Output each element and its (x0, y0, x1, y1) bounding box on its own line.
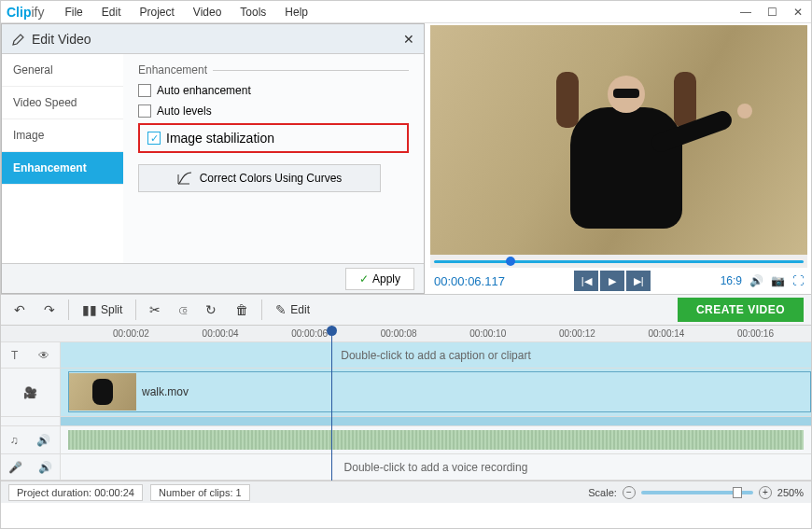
apply-button[interactable]: ✓ Apply (345, 268, 414, 290)
tab-general[interactable]: General (2, 54, 123, 87)
auto-enhancement-checkbox[interactable] (138, 84, 151, 97)
scale-label: Scale: (588, 487, 617, 498)
preview-frame (430, 25, 807, 255)
image-stabilization-option[interactable]: Image stabilization (147, 131, 399, 146)
auto-enhancement-option[interactable]: Auto enhancement (138, 84, 409, 97)
edit-panel-title: Edit Video (32, 32, 91, 47)
auto-enhancement-label: Auto enhancement (157, 84, 251, 97)
audio-track-body[interactable] (61, 426, 811, 453)
zoom-slider-knob[interactable] (733, 487, 742, 498)
undo-button[interactable]: ↶ (8, 299, 31, 320)
snapshot-icon[interactable]: 📷 (771, 274, 785, 287)
edit-clip-button[interactable]: ✎ Edit (270, 299, 315, 320)
create-video-button[interactable]: CREATE VIDEO (678, 298, 804, 322)
split-icon: ▮▮ (82, 302, 97, 317)
crop-icon: ⟃ (179, 302, 187, 317)
audio-volume-icon[interactable]: 🔊 (36, 434, 50, 447)
delete-button[interactable]: 🗑 (230, 299, 254, 320)
timeline-toolbar: ↶ ↷ ▮▮ Split ✂ ⟃ ↻ 🗑 ✎ Edit CREATE VIDEO (1, 294, 811, 326)
text-track: T👁 Double-click to add a caption or clip… (1, 342, 811, 369)
tab-video-speed[interactable]: Video Speed (2, 87, 123, 119)
clip-thumbnail (69, 373, 136, 411)
visibility-icon[interactable]: 👁 (38, 349, 49, 362)
tab-enhancement[interactable]: Enhancement (2, 152, 123, 185)
ruler-tick: 00:00:04 (203, 328, 239, 339)
video-track: 🎥 walk.mov (1, 369, 811, 417)
prev-frame-button[interactable]: |◀ (574, 271, 598, 291)
edit-panel-body: General Video Speed Image Enhancement En… (2, 54, 424, 263)
voice-track-body[interactable]: Double-click to add a voice recording (61, 454, 811, 480)
menu-video[interactable]: Video (184, 6, 231, 19)
menu-edit[interactable]: Edit (92, 6, 131, 19)
scrubber-thumb[interactable] (506, 257, 515, 266)
zoom-slider[interactable] (641, 491, 753, 494)
status-bar: Project duration: 00:00:24 Number of cli… (1, 480, 811, 503)
image-stabilization-checkbox[interactable] (147, 132, 161, 145)
scissors-icon: ✂ (149, 302, 161, 317)
tab-image[interactable]: Image (2, 119, 123, 152)
play-button[interactable]: ▶ (600, 271, 624, 291)
menu-file[interactable]: File (55, 6, 91, 19)
auto-levels-checkbox[interactable] (138, 104, 151, 118)
timeline: T👁 Double-click to add a caption or clip… (1, 342, 811, 480)
menu-project[interactable]: Project (130, 6, 183, 19)
preview-scrubber[interactable] (430, 255, 807, 268)
main-area: Edit Video ✕ General Video Speed Image E… (1, 23, 811, 294)
undo-icon: ↶ (14, 302, 25, 317)
project-duration: Project duration: 00:00:24 (8, 484, 143, 501)
rotate-icon: ↻ (205, 302, 217, 317)
waveform (68, 430, 804, 450)
check-icon: ✓ (359, 272, 369, 285)
curves-icon (177, 172, 192, 185)
text-track-icon: T (11, 349, 18, 362)
next-frame-button[interactable]: ▶| (626, 271, 651, 291)
zoom-in-button[interactable]: + (759, 486, 772, 499)
correct-colors-curves-button[interactable]: Correct Colors Using Curves (138, 164, 381, 192)
clip-name: walk.mov (142, 385, 189, 398)
apply-bar: ✓ Apply (2, 263, 424, 293)
auto-levels-option[interactable]: Auto levels (138, 104, 409, 118)
playhead[interactable] (331, 326, 332, 480)
enhancement-content: Enhancement Auto enhancement Auto levels… (123, 54, 424, 263)
video-track-icon: 🎥 (23, 386, 37, 399)
preview-panel: 00:00:06.117 |◀ ▶ ▶| 16:9 🔊 📷 ⛶ (425, 23, 811, 294)
volume-icon[interactable]: 🔊 (749, 274, 763, 287)
ruler-tick: 00:00:10 (469, 328, 506, 339)
scale-value: 250% (777, 487, 804, 498)
zoom-out-button[interactable]: − (623, 486, 636, 499)
ruler-tick: 00:00:12 (559, 328, 595, 339)
menu-help[interactable]: Help (275, 6, 317, 19)
edit-tabs: General Video Speed Image Enhancement (2, 54, 123, 263)
video-subtrack (1, 417, 811, 426)
voice-volume-icon[interactable]: 🔊 (38, 461, 52, 474)
text-track-body[interactable]: Double-click to add a caption or clipart (61, 342, 811, 368)
menu-tools[interactable]: Tools (231, 6, 275, 19)
timeline-ruler[interactable]: 00:00:02 00:00:04 00:00:06 00:00:08 00:0… (1, 326, 811, 342)
music-track-icon: ♫ (10, 434, 19, 447)
enhancement-section-label: Enhancement (138, 63, 409, 77)
trash-icon: 🗑 (235, 302, 248, 317)
rotate-button[interactable]: ↻ (200, 299, 222, 320)
redo-button[interactable]: ↷ (38, 299, 61, 320)
split-button[interactable]: ▮▮ Split (77, 299, 128, 320)
aspect-ratio-label[interactable]: 16:9 (721, 274, 742, 287)
minimize-button[interactable]: — (738, 6, 753, 19)
image-stabilization-label: Image stabilization (166, 131, 274, 146)
cut-button[interactable]: ✂ (144, 299, 166, 320)
ruler-tick: 00:00:16 (737, 328, 774, 339)
close-window-button[interactable]: ✕ (791, 6, 805, 19)
fullscreen-icon[interactable]: ⛶ (792, 274, 804, 287)
audio-track: ♫🔊 (1, 426, 811, 454)
voice-hint: Double-click to add a voice recording (344, 461, 528, 474)
close-panel-button[interactable]: ✕ (403, 32, 414, 47)
menubar: Clipify File Edit Project Video Tools He… (1, 1, 811, 23)
auto-levels-label: Auto levels (157, 104, 212, 118)
video-track-body[interactable]: walk.mov (61, 369, 811, 416)
preview-video[interactable] (430, 25, 807, 255)
preview-timecode: 00:00:06.117 (434, 274, 505, 288)
ruler-tick: 00:00:08 (381, 328, 417, 339)
crop-button[interactable]: ⟃ (174, 299, 192, 320)
video-clip[interactable]: walk.mov (68, 371, 811, 412)
maximize-button[interactable]: ☐ (764, 6, 779, 19)
preview-controls: 00:00:06.117 |◀ ▶ ▶| 16:9 🔊 📷 ⛶ (430, 268, 807, 294)
